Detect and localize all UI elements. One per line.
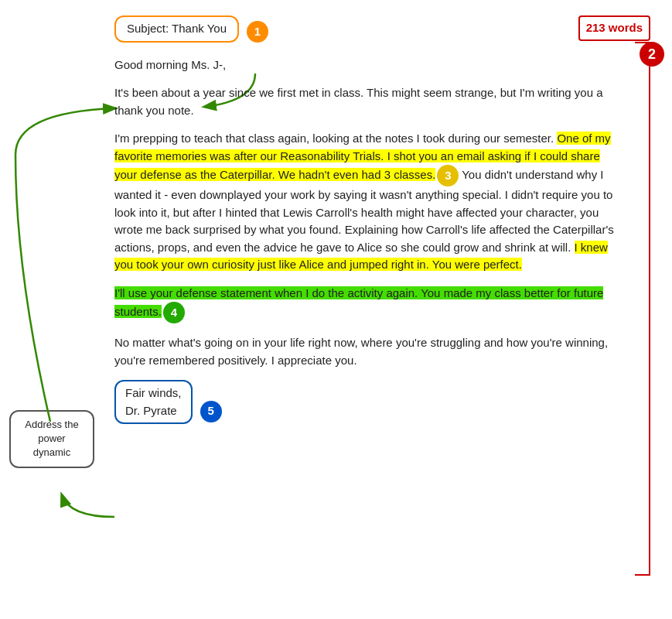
subject-line: Subject: Thank You — [114, 15, 239, 43]
signature-text: Dr. Pyrate — [125, 402, 182, 420]
subject-row: Subject: Thank You 1 — [114, 15, 626, 49]
badge-1: 1 — [247, 21, 268, 43]
greeting-text: Good morning Ms. J-, — [114, 56, 226, 74]
paragraph-2: I'm prepping to teach that class again, … — [114, 130, 626, 274]
badge-2: 2 — [640, 42, 664, 67]
paragraph-1: It's been about a year since we first me… — [114, 84, 626, 119]
p2-before: I'm prepping to teach that class again, … — [114, 132, 557, 145]
paragraph-4: No matter what's going on in your life r… — [114, 334, 626, 369]
closing-box: Fair winds, Dr. Pyrate — [114, 380, 193, 424]
badge-3: 3 — [437, 165, 459, 186]
closing-area: Fair winds, Dr. Pyrate 5 — [114, 380, 626, 424]
red-bracket — [635, 42, 650, 576]
badge-5: 5 — [200, 401, 222, 422]
p3-highlight: I'll use your defense statement when I d… — [114, 286, 603, 318]
badge-4: 4 — [163, 302, 185, 323]
greeting-row: Good morning Ms. J-, — [114, 56, 626, 74]
paragraph-3: I'll use your defense statement when I d… — [114, 285, 626, 324]
closing-text: Fair winds, — [125, 385, 182, 402]
main-content: Subject: Thank You 1 Good morning Ms. J-… — [114, 15, 626, 604]
left-callout: Address the power dynamic — [9, 410, 94, 468]
